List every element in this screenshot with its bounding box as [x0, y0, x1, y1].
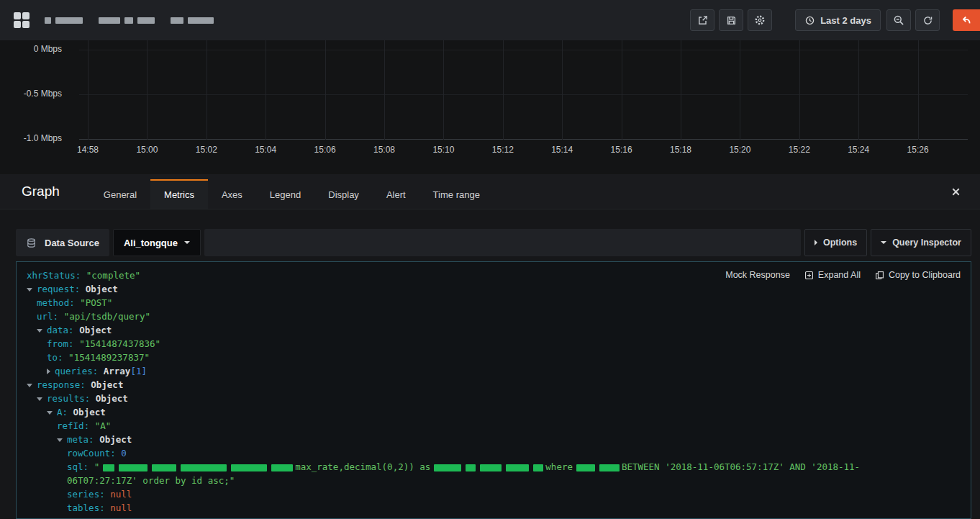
json-value: Object	[96, 393, 128, 404]
json-value: [1]	[130, 366, 147, 376]
tab-legend[interactable]: Legend	[256, 179, 314, 209]
tab-metrics[interactable]: Metrics	[150, 179, 208, 209]
redacted-sql-block	[103, 464, 114, 471]
x-gridline	[384, 40, 385, 140]
json-value: Object	[86, 284, 118, 294]
refresh-icon	[922, 15, 933, 26]
options-toggle[interactable]: Options	[804, 229, 867, 256]
redacted-block	[124, 17, 133, 24]
expand-all-button[interactable]: Expand All	[804, 270, 861, 280]
json-key: request:	[37, 284, 86, 294]
json-value: null	[110, 489, 132, 500]
save-button[interactable]	[719, 9, 743, 31]
x-gridline	[266, 40, 266, 140]
copy-icon	[875, 271, 884, 280]
x-gridline	[443, 40, 444, 140]
json-value: where	[545, 461, 573, 472]
datasource-picker[interactable]: Ali_tongque	[113, 229, 201, 256]
collapse-arrow-icon[interactable]	[57, 438, 63, 442]
x-gridline	[325, 40, 326, 140]
time-range-button[interactable]: Last 2 days	[795, 9, 881, 31]
redacted-text-group	[99, 17, 155, 24]
datasource-value: Ali_tongque	[124, 238, 178, 248]
x-gridline	[681, 40, 681, 140]
copy-to-clipboard-button[interactable]: Copy to Clipboard	[875, 270, 961, 280]
json-key: refId:	[57, 420, 95, 431]
close-icon	[950, 186, 961, 197]
datasource-label: Data Source	[45, 238, 99, 248]
json-row-url: url: "api/tsdb/query"	[17, 310, 971, 323]
x-gridline	[858, 40, 859, 140]
json-key: url:	[37, 311, 64, 322]
json-value: "1541489237837"	[68, 352, 150, 363]
metrics-tab-content: Data Source Ali_tongque Options Query In…	[0, 209, 980, 519]
collapse-arrow-icon[interactable]	[27, 288, 32, 292]
json-key: rowCount:	[67, 448, 121, 459]
json-value: Object	[91, 379, 123, 390]
chevron-right-icon	[815, 240, 817, 245]
share-button[interactable]	[690, 9, 714, 31]
json-row-meta[interactable]: meta: Object	[17, 433, 971, 446]
query-toolbar: Data Source Ali_tongque Options Query In…	[16, 229, 971, 256]
json-key: xhrStatus:	[27, 270, 86, 281]
redacted-sql-block	[271, 464, 293, 471]
top-nav: Last 2 days	[0, 0, 980, 40]
refresh-button[interactable]	[915, 9, 940, 31]
editor-tabs: GeneralMetricsAxesLegendDisplayAlertTime…	[90, 174, 494, 209]
collapse-arrow-icon[interactable]	[47, 411, 53, 415]
tab-alert[interactable]: Alert	[373, 179, 419, 209]
json-value: "A"	[95, 420, 112, 431]
json-key: meta:	[67, 434, 99, 445]
graph-panel[interactable]: 0 Mbps-0.5 Mbps-1.0 Mbps14:5815:0015:021…	[0, 40, 980, 174]
query-inspector-toggle[interactable]: Query Inspector	[871, 229, 971, 256]
json-value: max_rate,decimal(0,2)) as	[295, 461, 430, 472]
mock-response-button[interactable]: Mock Response	[725, 270, 790, 280]
json-row-from: from: "1541487437836"	[17, 337, 971, 351]
collapse-arrow-icon[interactable]	[37, 329, 42, 333]
redacted-sql-block	[231, 464, 267, 471]
json-value: Object	[73, 407, 106, 418]
json-row-A[interactable]: A: Object	[17, 405, 971, 419]
json-value: "	[94, 461, 100, 472]
expand-arrow-icon[interactable]	[47, 369, 50, 374]
json-row-queries[interactable]: queries: Array[1]	[17, 364, 971, 378]
x-axis-label: 15:02	[196, 145, 217, 155]
expand-all-icon	[804, 271, 814, 280]
nav-redactions	[45, 17, 230, 24]
json-key: sql:	[67, 461, 94, 472]
redacted-sql-block	[466, 464, 476, 471]
json-row-response[interactable]: response: Object	[17, 378, 971, 392]
redacted-block	[55, 17, 83, 24]
tab-axes[interactable]: Axes	[208, 179, 256, 209]
redacted-sql-block	[480, 464, 502, 471]
gear-icon	[754, 14, 766, 26]
json-row-data[interactable]: data: Object	[17, 323, 971, 337]
query-row-spacer	[204, 229, 801, 256]
json-row-results[interactable]: results: Object	[17, 392, 971, 405]
x-axis-label: 15:16	[611, 145, 632, 155]
json-row-request[interactable]: request: Object	[17, 282, 971, 296]
inspector-actions: Mock Response Expand All Copy t	[725, 270, 961, 280]
close-editor-button[interactable]	[950, 186, 961, 197]
json-value: 06T07:27:17Z' order by id asc;"	[67, 475, 235, 486]
json-value: "POST"	[80, 297, 112, 308]
back-to-dashboard-button[interactable]	[953, 9, 980, 31]
collapse-arrow-icon[interactable]	[37, 397, 42, 401]
save-icon	[726, 15, 737, 26]
x-axis-label: 15:22	[789, 145, 810, 155]
database-icon	[26, 238, 37, 248]
json-value: Object	[79, 325, 112, 335]
json-key: results:	[47, 393, 96, 404]
zoom-out-button[interactable]	[886, 9, 911, 31]
grafana-logo-icon[interactable]	[13, 11, 32, 30]
time-range-label: Last 2 days	[820, 15, 871, 26]
tab-display[interactable]: Display	[314, 179, 373, 209]
collapse-arrow-icon[interactable]	[27, 384, 32, 387]
tab-time-range[interactable]: Time range	[419, 179, 494, 209]
settings-button[interactable]	[748, 9, 772, 31]
x-axis-label: 15:06	[314, 145, 336, 155]
tab-general[interactable]: General	[90, 179, 150, 209]
options-label: Options	[823, 238, 857, 248]
copy-to-clipboard-label: Copy to Clipboard	[889, 270, 961, 280]
json-value: 0	[121, 448, 127, 459]
